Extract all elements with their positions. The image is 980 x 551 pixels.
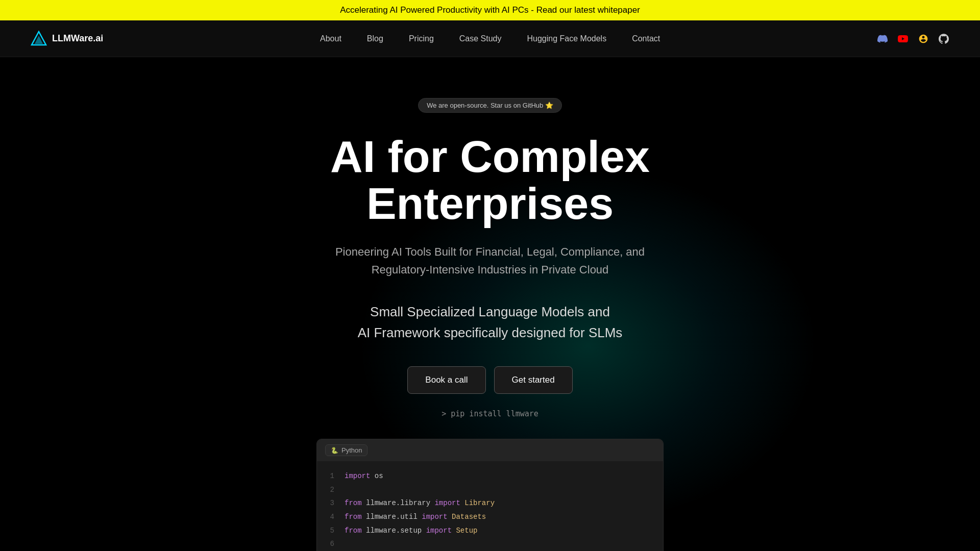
announcement-text: Accelerating AI Powered Productivity wit… xyxy=(340,5,640,15)
announcement-bar: Accelerating AI Powered Productivity wit… xyxy=(0,0,980,20)
hero-tagline1: Small Specialized Language Models and xyxy=(370,304,610,320)
nav-item-pricing[interactable]: Pricing xyxy=(409,34,434,43)
code-block: 🐍 Python 1 import os 2 3 from llmware.li… xyxy=(316,439,664,551)
hero-title: AI for Complex Enterprises xyxy=(260,133,720,228)
nav-item-case-study[interactable]: Case Study xyxy=(459,34,502,43)
discord-icon[interactable] xyxy=(877,33,888,44)
hero-subtitle: Pioneering AI Tools Built for Financial,… xyxy=(316,243,664,279)
logo-link[interactable]: LLMWare.ai xyxy=(31,31,103,47)
nav-link-contact[interactable]: Contact xyxy=(632,34,660,43)
nav-item-contact[interactable]: Contact xyxy=(632,34,660,43)
code-line-5: 5 from llmware.setup import Setup xyxy=(327,524,653,538)
python-badge: 🐍 Python xyxy=(325,444,368,456)
nav-link-about[interactable]: About xyxy=(320,34,341,43)
code-line-3: 3 from llmware.library import Library xyxy=(327,496,653,510)
book-call-button[interactable]: Book a call xyxy=(407,366,485,394)
pip-install-text: > pip install llmware xyxy=(442,409,538,418)
get-started-button[interactable]: Get started xyxy=(494,366,573,394)
logo-text: LLMWare.ai xyxy=(52,33,103,44)
nav-link-pricing[interactable]: Pricing xyxy=(409,34,434,43)
logo-icon xyxy=(31,31,47,47)
hero-buttons: Book a call Get started xyxy=(407,366,572,394)
code-body: 1 import os 2 3 from llmware.library imp… xyxy=(317,461,663,551)
hero-section: We are open-source. Star us on GitHub ⭐ … xyxy=(0,57,980,551)
nav-item-about[interactable]: About xyxy=(320,34,341,43)
nav-link-case-study[interactable]: Case Study xyxy=(459,34,502,43)
code-line-1: 1 import os xyxy=(327,469,653,483)
navbar: LLMWare.ai About Blog Pricing Case Study… xyxy=(0,20,980,57)
code-line-6: 6 xyxy=(327,537,653,551)
code-line-4: 4 from llmware.util import Datasets xyxy=(327,510,653,524)
nav-item-blog[interactable]: Blog xyxy=(367,34,383,43)
github-badge[interactable]: We are open-source. Star us on GitHub ⭐ xyxy=(418,98,562,113)
hero-tagline2: AI Framework specifically designed for S… xyxy=(358,325,623,341)
youtube-icon[interactable] xyxy=(897,33,909,44)
nav-link-hugging-face[interactable]: Hugging Face Models xyxy=(527,34,607,43)
python-label: Python xyxy=(341,446,362,454)
nav-link-blog[interactable]: Blog xyxy=(367,34,383,43)
nav-item-hugging-face[interactable]: Hugging Face Models xyxy=(527,34,607,43)
code-header: 🐍 Python xyxy=(317,439,663,461)
account-icon[interactable] xyxy=(918,33,929,44)
code-line-2: 2 xyxy=(327,483,653,497)
github-badge-text: We are open-source. Star us on GitHub ⭐ xyxy=(427,102,553,109)
python-icon: 🐍 xyxy=(331,447,338,454)
nav-menu: About Blog Pricing Case Study Hugging Fa… xyxy=(320,34,660,43)
github-icon[interactable] xyxy=(938,33,949,44)
navbar-icons xyxy=(877,33,949,44)
